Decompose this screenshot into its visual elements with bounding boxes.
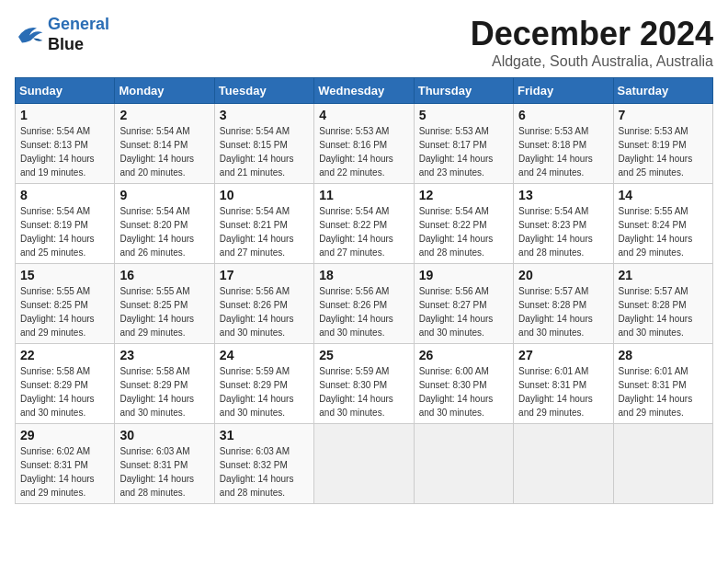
calendar-cell: 17 Sunrise: 5:56 AM Sunset: 8:26 PM Dayl… <box>214 264 313 344</box>
day-info: Sunrise: 5:55 AM Sunset: 8:24 PM Dayligh… <box>619 204 708 259</box>
day-number: 29 <box>20 428 109 442</box>
calendar-cell: 7 Sunrise: 5:53 AM Sunset: 8:19 PM Dayli… <box>613 104 712 184</box>
calendar-header-row: SundayMondayTuesdayWednesdayThursdayFrid… <box>16 78 713 104</box>
day-number: 2 <box>119 108 209 122</box>
logo-text: General Blue <box>48 15 109 54</box>
calendar-cell: 4 Sunrise: 5:53 AM Sunset: 8:16 PM Dayli… <box>314 104 414 184</box>
day-info: Sunrise: 6:02 AM Sunset: 8:31 PM Dayligh… <box>20 444 109 500</box>
logo: General Blue <box>15 15 109 54</box>
header-tuesday: Tuesday <box>214 78 313 104</box>
day-number: 17 <box>220 268 309 282</box>
day-info: Sunrise: 5:55 AM Sunset: 8:25 PM Dayligh… <box>20 284 109 339</box>
calendar-cell: 31 Sunrise: 6:03 AM Sunset: 8:32 PM Dayl… <box>214 424 313 504</box>
day-number: 9 <box>119 188 209 202</box>
day-info: Sunrise: 6:01 AM Sunset: 8:31 PM Dayligh… <box>518 364 608 419</box>
day-info: Sunrise: 5:56 AM Sunset: 8:26 PM Dayligh… <box>319 284 408 339</box>
day-number: 31 <box>220 428 309 442</box>
calendar-week-2: 8 Sunrise: 5:54 AM Sunset: 8:19 PM Dayli… <box>16 184 713 264</box>
calendar-cell: 22 Sunrise: 5:58 AM Sunset: 8:29 PM Dayl… <box>16 344 115 424</box>
day-info: Sunrise: 5:58 AM Sunset: 8:29 PM Dayligh… <box>20 364 109 419</box>
calendar-cell: 8 Sunrise: 5:54 AM Sunset: 8:19 PM Dayli… <box>16 184 115 264</box>
title-area: December 2024 Aldgate, South Australia, … <box>471 15 713 70</box>
day-number: 19 <box>419 268 508 282</box>
header-thursday: Thursday <box>414 78 513 104</box>
day-number: 21 <box>619 268 708 282</box>
day-info: Sunrise: 6:03 AM Sunset: 8:32 PM Dayligh… <box>220 444 309 500</box>
calendar-cell: 28 Sunrise: 6:01 AM Sunset: 8:31 PM Dayl… <box>613 344 712 424</box>
day-number: 23 <box>119 348 209 362</box>
page-header: General Blue December 2024 Aldgate, Sout… <box>15 15 713 70</box>
calendar-cell <box>314 424 414 504</box>
calendar-cell <box>613 424 712 504</box>
day-number: 3 <box>220 108 309 122</box>
calendar-cell: 16 Sunrise: 5:55 AM Sunset: 8:25 PM Dayl… <box>115 264 214 344</box>
calendar-cell: 15 Sunrise: 5:55 AM Sunset: 8:25 PM Dayl… <box>16 264 115 344</box>
day-number: 6 <box>518 108 608 122</box>
day-number: 25 <box>319 348 408 362</box>
calendar-cell: 19 Sunrise: 5:56 AM Sunset: 8:27 PM Dayl… <box>414 264 513 344</box>
day-info: Sunrise: 5:55 AM Sunset: 8:25 PM Dayligh… <box>119 284 209 339</box>
day-info: Sunrise: 5:57 AM Sunset: 8:28 PM Dayligh… <box>518 284 608 339</box>
day-number: 8 <box>20 188 109 202</box>
day-number: 22 <box>20 348 109 362</box>
day-number: 12 <box>419 188 508 202</box>
calendar-cell: 1 Sunrise: 5:54 AM Sunset: 8:13 PM Dayli… <box>16 104 115 184</box>
calendar-cell: 12 Sunrise: 5:54 AM Sunset: 8:22 PM Dayl… <box>414 184 513 264</box>
day-info: Sunrise: 5:53 AM Sunset: 8:19 PM Dayligh… <box>619 124 708 179</box>
calendar-cell: 14 Sunrise: 5:55 AM Sunset: 8:24 PM Dayl… <box>613 184 712 264</box>
calendar-cell: 13 Sunrise: 5:54 AM Sunset: 8:23 PM Dayl… <box>514 184 613 264</box>
day-number: 4 <box>319 108 408 122</box>
day-number: 1 <box>20 108 109 122</box>
calendar-cell: 20 Sunrise: 5:57 AM Sunset: 8:28 PM Dayl… <box>514 264 613 344</box>
day-info: Sunrise: 5:59 AM Sunset: 8:29 PM Dayligh… <box>220 364 309 419</box>
header-wednesday: Wednesday <box>314 78 414 104</box>
calendar-cell: 2 Sunrise: 5:54 AM Sunset: 8:14 PM Dayli… <box>115 104 214 184</box>
calendar-cell: 27 Sunrise: 6:01 AM Sunset: 8:31 PM Dayl… <box>514 344 613 424</box>
day-info: Sunrise: 6:03 AM Sunset: 8:31 PM Dayligh… <box>119 444 209 500</box>
calendar-cell: 21 Sunrise: 5:57 AM Sunset: 8:28 PM Dayl… <box>613 264 712 344</box>
header-friday: Friday <box>514 78 613 104</box>
day-info: Sunrise: 5:54 AM Sunset: 8:23 PM Dayligh… <box>518 204 608 259</box>
header-saturday: Saturday <box>613 78 712 104</box>
day-info: Sunrise: 5:56 AM Sunset: 8:26 PM Dayligh… <box>220 284 309 339</box>
day-info: Sunrise: 5:54 AM Sunset: 8:20 PM Dayligh… <box>119 204 209 259</box>
day-info: Sunrise: 5:54 AM Sunset: 8:13 PM Dayligh… <box>20 124 109 179</box>
calendar-table: SundayMondayTuesdayWednesdayThursdayFrid… <box>15 77 713 504</box>
day-number: 16 <box>119 268 209 282</box>
day-number: 18 <box>319 268 408 282</box>
day-info: Sunrise: 5:54 AM Sunset: 8:14 PM Dayligh… <box>119 124 209 179</box>
day-info: Sunrise: 5:58 AM Sunset: 8:29 PM Dayligh… <box>119 364 209 419</box>
calendar-title: December 2024 <box>471 15 713 53</box>
day-number: 5 <box>419 108 508 122</box>
calendar-cell: 29 Sunrise: 6:02 AM Sunset: 8:31 PM Dayl… <box>16 424 115 504</box>
calendar-cell: 6 Sunrise: 5:53 AM Sunset: 8:18 PM Dayli… <box>514 104 613 184</box>
calendar-cell: 26 Sunrise: 6:00 AM Sunset: 8:30 PM Dayl… <box>414 344 513 424</box>
day-number: 10 <box>220 188 309 202</box>
day-info: Sunrise: 5:54 AM Sunset: 8:15 PM Dayligh… <box>220 124 309 179</box>
logo-icon <box>15 22 44 48</box>
calendar-cell: 18 Sunrise: 5:56 AM Sunset: 8:26 PM Dayl… <box>314 264 414 344</box>
day-info: Sunrise: 5:53 AM Sunset: 8:16 PM Dayligh… <box>319 124 408 179</box>
calendar-cell: 9 Sunrise: 5:54 AM Sunset: 8:20 PM Dayli… <box>115 184 214 264</box>
day-number: 15 <box>20 268 109 282</box>
day-info: Sunrise: 5:54 AM Sunset: 8:22 PM Dayligh… <box>419 204 508 259</box>
calendar-cell: 3 Sunrise: 5:54 AM Sunset: 8:15 PM Dayli… <box>214 104 313 184</box>
calendar-cell: 24 Sunrise: 5:59 AM Sunset: 8:29 PM Dayl… <box>214 344 313 424</box>
day-number: 27 <box>518 348 608 362</box>
calendar-cell <box>414 424 513 504</box>
day-info: Sunrise: 5:54 AM Sunset: 8:21 PM Dayligh… <box>220 204 309 259</box>
calendar-week-3: 15 Sunrise: 5:55 AM Sunset: 8:25 PM Dayl… <box>16 264 713 344</box>
header-sunday: Sunday <box>16 78 115 104</box>
day-number: 26 <box>419 348 508 362</box>
calendar-cell: 23 Sunrise: 5:58 AM Sunset: 8:29 PM Dayl… <box>115 344 214 424</box>
calendar-cell <box>514 424 613 504</box>
day-info: Sunrise: 5:53 AM Sunset: 8:18 PM Dayligh… <box>518 124 608 179</box>
day-info: Sunrise: 5:57 AM Sunset: 8:28 PM Dayligh… <box>619 284 708 339</box>
calendar-cell: 10 Sunrise: 5:54 AM Sunset: 8:21 PM Dayl… <box>214 184 313 264</box>
calendar-cell: 30 Sunrise: 6:03 AM Sunset: 8:31 PM Dayl… <box>115 424 214 504</box>
day-number: 30 <box>119 428 209 442</box>
calendar-week-4: 22 Sunrise: 5:58 AM Sunset: 8:29 PM Dayl… <box>16 344 713 424</box>
calendar-cell: 11 Sunrise: 5:54 AM Sunset: 8:22 PM Dayl… <box>314 184 414 264</box>
header-monday: Monday <box>115 78 214 104</box>
day-info: Sunrise: 5:59 AM Sunset: 8:30 PM Dayligh… <box>319 364 408 419</box>
